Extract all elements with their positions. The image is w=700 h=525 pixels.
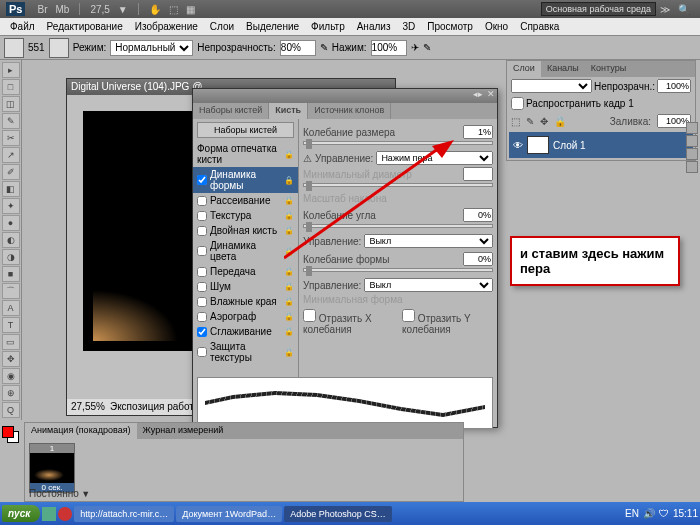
- tab-clone-source[interactable]: Источник клонов: [308, 103, 391, 119]
- tab-animation[interactable]: Анимация (покадровая): [25, 423, 137, 439]
- tab-brush[interactable]: Кисть: [269, 103, 308, 119]
- brush-option-шум[interactable]: Шум🔒: [193, 279, 298, 294]
- tablet-opacity-icon[interactable]: ✎: [320, 42, 328, 53]
- collapsed-panel-icon[interactable]: [686, 122, 698, 134]
- tool-dodge[interactable]: ⌒: [2, 283, 20, 299]
- brush-option-динамика-формы[interactable]: Динамика формы🔒: [193, 167, 298, 193]
- menu-file[interactable]: Файл: [4, 19, 41, 34]
- workspace-chevron-icon[interactable]: ≫: [660, 4, 670, 15]
- search-icon[interactable]: 🔍: [678, 4, 690, 15]
- panel-close-icon[interactable]: ✕: [487, 89, 495, 103]
- round-control-select[interactable]: Выкл: [364, 278, 493, 292]
- angle-jitter-slider[interactable]: [303, 224, 493, 228]
- brush-option-форма-отпечатка-кисти[interactable]: Форма отпечатка кисти🔒: [193, 141, 298, 167]
- tool-eyedrop[interactable]: ↗: [2, 147, 20, 163]
- clock[interactable]: 15:11: [673, 508, 698, 519]
- tool-gradient[interactable]: ◑: [2, 249, 20, 265]
- tool-type[interactable]: T: [2, 317, 20, 333]
- tool-crop[interactable]: ✂: [2, 130, 20, 146]
- zoom-level[interactable]: 27,5: [90, 4, 109, 15]
- tool-heal[interactable]: ✐: [2, 164, 20, 180]
- flip-x-check[interactable]: Отразить X колебания: [303, 309, 394, 335]
- tool-pen[interactable]: A: [2, 300, 20, 316]
- layer-opacity-input[interactable]: [657, 79, 691, 93]
- brush-option-динамика-цвета[interactable]: Динамика цвета🔒: [193, 238, 298, 264]
- mode-select[interactable]: Нормальный: [110, 40, 193, 56]
- quick-launch-icon[interactable]: [58, 507, 72, 521]
- menu-select[interactable]: Выделение: [240, 19, 305, 34]
- menu-edit[interactable]: Редактирование: [41, 19, 129, 34]
- brush-option-влажные-края[interactable]: Влажные края🔒: [193, 294, 298, 309]
- ps-logo-icon[interactable]: Ps: [6, 2, 25, 16]
- round-jitter-input[interactable]: [463, 252, 493, 266]
- lock-trans-icon[interactable]: ⬚: [511, 116, 520, 127]
- lock-all-icon[interactable]: 🔒: [554, 116, 566, 127]
- menu-help[interactable]: Справка: [514, 19, 565, 34]
- tool-history[interactable]: ●: [2, 215, 20, 231]
- loop-mode[interactable]: Постоянно: [29, 488, 79, 499]
- tray-icon[interactable]: 🛡: [659, 508, 669, 519]
- layer-thumb-icon[interactable]: [527, 136, 549, 154]
- brush-option-защита-текстуры[interactable]: Защита текстуры🔒: [193, 339, 298, 365]
- tool-eraser[interactable]: ◐: [2, 232, 20, 248]
- tool-wand[interactable]: ✎: [2, 113, 20, 129]
- tool-brush[interactable]: ◧: [2, 181, 20, 197]
- tool-marquee[interactable]: □: [2, 79, 20, 95]
- collapsed-panel-icon[interactable]: [686, 148, 698, 160]
- menu-3d[interactable]: 3D: [396, 19, 421, 34]
- size-control-select[interactable]: Нажим пера: [376, 151, 493, 165]
- start-button[interactable]: пуск: [2, 505, 40, 522]
- tab-layers[interactable]: Слои: [507, 61, 541, 77]
- tool-hand[interactable]: ⊕: [2, 385, 20, 401]
- collapsed-panel-icon[interactable]: [686, 135, 698, 147]
- panel-collapse-icon[interactable]: ◂▸: [473, 89, 483, 103]
- tool-zoom[interactable]: Q: [2, 402, 20, 418]
- brush-preview-icon[interactable]: [4, 38, 24, 58]
- task-wordpad[interactable]: Документ 1WordPad…: [176, 506, 282, 522]
- quick-launch-icon[interactable]: [42, 507, 56, 521]
- brush-option-рассеивание[interactable]: Рассеивание🔒: [193, 193, 298, 208]
- lock-pos-icon[interactable]: ✥: [540, 116, 548, 127]
- flow-input[interactable]: [371, 40, 407, 56]
- min-diam-slider[interactable]: [303, 183, 493, 187]
- brush-option-текстура[interactable]: Текстура🔒: [193, 208, 298, 223]
- eye-icon[interactable]: 👁: [513, 140, 523, 151]
- task-browser[interactable]: http://attach.rc-mir.c…: [74, 506, 174, 522]
- brush-presets-button[interactable]: Наборы кистей: [197, 122, 294, 138]
- angle-jitter-input[interactable]: [463, 208, 493, 222]
- min-diam-input[interactable]: [463, 167, 493, 181]
- brush-option-двойная-кисть[interactable]: Двойная кисть🔒: [193, 223, 298, 238]
- blend-mode-select[interactable]: [511, 79, 592, 93]
- color-swatch[interactable]: [2, 426, 20, 444]
- workspace-selector[interactable]: Основная рабочая среда: [541, 2, 656, 16]
- tablet-size-icon[interactable]: ✎: [423, 42, 431, 53]
- document-canvas[interactable]: [83, 111, 203, 351]
- tool-move[interactable]: ▸: [2, 62, 20, 78]
- bridge-icon[interactable]: Br: [37, 4, 47, 15]
- size-jitter-slider[interactable]: [303, 141, 493, 145]
- menu-layers[interactable]: Слои: [204, 19, 240, 34]
- airbrush-icon[interactable]: ✈: [411, 42, 419, 53]
- tool-lasso[interactable]: ◫: [2, 96, 20, 112]
- propagate-check[interactable]: [511, 97, 524, 110]
- brush-option-сглаживание[interactable]: Сглаживание🔒: [193, 324, 298, 339]
- tab-channels[interactable]: Каналы: [541, 61, 585, 77]
- round-jitter-slider[interactable]: [303, 268, 493, 272]
- collapsed-panel-icon[interactable]: [686, 161, 698, 173]
- tab-paths[interactable]: Контуры: [585, 61, 632, 77]
- brush-preset-icon[interactable]: [49, 38, 69, 58]
- menu-filter[interactable]: Фильтр: [305, 19, 351, 34]
- brush-option-передача[interactable]: Передача🔒: [193, 264, 298, 279]
- angle-control-select[interactable]: Выкл: [364, 234, 493, 248]
- menu-analysis[interactable]: Анализ: [351, 19, 397, 34]
- tray-icon[interactable]: 🔊: [643, 508, 655, 519]
- tab-brush-presets[interactable]: Наборы кистей: [193, 103, 269, 119]
- tool-stamp[interactable]: ✦: [2, 198, 20, 214]
- brush-option-аэрограф[interactable]: Аэрограф🔒: [193, 309, 298, 324]
- layer-item[interactable]: 👁 Слой 1: [509, 132, 693, 158]
- task-photoshop[interactable]: Adobe Photoshop CS…: [284, 506, 392, 522]
- lock-pix-icon[interactable]: ✎: [526, 116, 534, 127]
- tab-measure[interactable]: Журнал измерений: [137, 423, 230, 439]
- menu-window[interactable]: Окно: [479, 19, 514, 34]
- menu-image[interactable]: Изображение: [129, 19, 204, 34]
